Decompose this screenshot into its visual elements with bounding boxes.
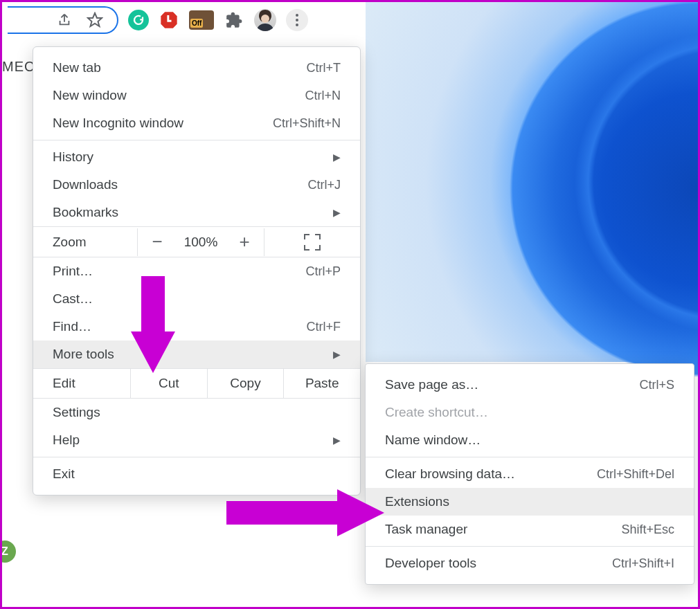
menu-shortcut: Ctrl+J: [307, 178, 341, 192]
menu-new-window[interactable]: New window Ctrl+N: [33, 82, 360, 109]
menu-shortcut: Ctrl+T: [307, 61, 341, 75]
bookmark-star-icon[interactable]: [85, 10, 105, 30]
menu-new-incognito[interactable]: New Incognito window Ctrl+Shift+N: [33, 109, 360, 137]
submenu-create-shortcut: Create shortcut…: [366, 399, 694, 426]
submenu-developer-tools[interactable]: Developer tools Ctrl+Shift+I: [366, 549, 694, 577]
menu-shortcut: Ctrl+P: [305, 264, 341, 279]
submenu-arrow-icon: ▶: [333, 207, 341, 218]
submenu-label: Save page as…: [385, 377, 478, 392]
menu-edit-row: Edit Cut Copy Paste: [33, 368, 360, 399]
submenu-label: Extensions: [385, 494, 449, 509]
more-tools-submenu: Save page as… Ctrl+S Create shortcut… Na…: [365, 363, 694, 585]
menu-zoom-row: Zoom − 100% +: [33, 226, 360, 257]
omnibox-actions: [8, 6, 118, 34]
submenu-arrow-icon: ▶: [333, 349, 341, 360]
submenu-extensions[interactable]: Extensions: [366, 488, 694, 516]
page-content-fragment: MEC: [2, 59, 35, 75]
menu-label: Settings: [53, 405, 100, 420]
submenu-name-window[interactable]: Name window…: [366, 426, 694, 454]
menu-find[interactable]: Find… Ctrl+F: [33, 313, 360, 340]
submenu-label: Create shortcut…: [385, 405, 488, 420]
desktop-wallpaper: [366, 2, 698, 362]
menu-label: Bookmarks: [53, 205, 118, 220]
submenu-clear-data[interactable]: Clear browsing data… Ctrl+Shift+Del: [366, 460, 694, 488]
svg-marker-0: [88, 13, 102, 26]
menu-new-tab[interactable]: New tab Ctrl+T: [33, 54, 360, 82]
zoom-label: Zoom: [33, 228, 137, 257]
zoom-in-button[interactable]: +: [225, 227, 264, 257]
menu-label: New Incognito window: [53, 116, 183, 131]
menu-exit[interactable]: Exit: [33, 460, 360, 488]
submenu-task-manager[interactable]: Task manager Shift+Esc: [366, 516, 694, 543]
edit-paste-button[interactable]: Paste: [283, 369, 360, 398]
grammarly-extension-icon[interactable]: [128, 10, 149, 30]
profile-avatar[interactable]: [254, 9, 276, 31]
submenu-shortcut: Shift+Esc: [621, 522, 674, 537]
menu-label: More tools: [53, 347, 114, 362]
menu-shortcut: Ctrl+Shift+N: [273, 116, 341, 131]
menu-label: Exit: [53, 466, 75, 482]
submenu-shortcut: Ctrl+S: [639, 378, 674, 392]
fullscreen-icon: [304, 234, 321, 251]
chrome-menu-button[interactable]: [286, 9, 308, 31]
menu-settings[interactable]: Settings: [33, 399, 360, 426]
menu-shortcut: Ctrl+N: [305, 89, 341, 103]
menu-print[interactable]: Print… Ctrl+P: [33, 257, 360, 285]
chrome-main-menu: New tab Ctrl+T New window Ctrl+N New Inc…: [33, 46, 361, 496]
menu-label: History: [53, 149, 93, 165]
submenu-shortcut: Ctrl+Shift+Del: [597, 467, 674, 482]
submenu-shortcut: Ctrl+Shift+I: [612, 556, 674, 571]
menu-label: Print…: [53, 264, 93, 279]
edit-label: Edit: [33, 369, 130, 398]
edit-cut-button[interactable]: Cut: [130, 369, 207, 398]
menu-help[interactable]: Help ▶: [33, 426, 360, 454]
menu-cast[interactable]: Cast…: [33, 285, 360, 313]
menu-label: Downloads: [53, 177, 118, 192]
menu-shortcut: Ctrl+F: [307, 320, 341, 334]
share-icon[interactable]: [55, 10, 74, 30]
menu-label: New window: [53, 88, 127, 103]
menu-downloads[interactable]: Downloads Ctrl+J: [33, 171, 360, 199]
submenu-arrow-icon: ▶: [333, 152, 341, 163]
tag-manager-extension-icon[interactable]: Off: [189, 10, 214, 30]
submenu-label: Task manager: [385, 522, 467, 537]
zoom-value: 100%: [177, 235, 225, 250]
submenu-save-page[interactable]: Save page as… Ctrl+S: [366, 371, 694, 399]
menu-more-tools[interactable]: More tools ▶: [33, 340, 360, 368]
zoom-out-button[interactable]: −: [138, 227, 177, 257]
menu-label: Find…: [53, 319, 91, 334]
menu-label: Help: [53, 433, 80, 448]
extensions-puzzle-icon[interactable]: [224, 10, 244, 30]
z-avatar-badge: Z: [0, 540, 16, 563]
browser-toolbar: Off: [2, 2, 366, 38]
svg-point-3: [261, 15, 269, 23]
submenu-label: Name window…: [385, 433, 481, 448]
adblock-extension-icon[interactable]: [159, 10, 179, 30]
extension-off-badge: Off: [190, 19, 203, 28]
submenu-label: Clear browsing data…: [385, 466, 515, 482]
edit-copy-button[interactable]: Copy: [207, 369, 284, 398]
menu-history[interactable]: History ▶: [33, 143, 360, 171]
menu-label: New tab: [53, 60, 101, 75]
submenu-label: Developer tools: [385, 556, 476, 571]
menu-bookmarks[interactable]: Bookmarks ▶: [33, 199, 360, 226]
menu-label: Cast…: [53, 291, 93, 307]
submenu-arrow-icon: ▶: [333, 435, 341, 446]
fullscreen-button[interactable]: [264, 234, 360, 251]
